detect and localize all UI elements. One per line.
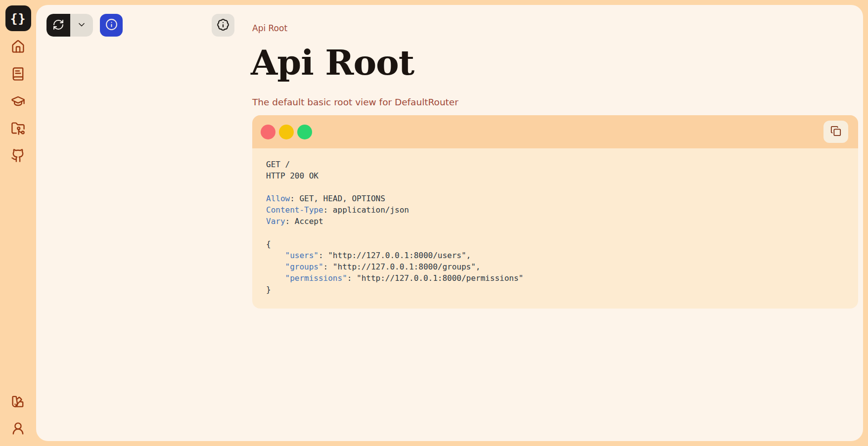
sidebar-item-learn[interactable] [11, 94, 26, 109]
code-line: { [266, 238, 844, 250]
sidebar-footer [11, 395, 26, 437]
main-panel: Api Root Api Root The default basic root… [36, 5, 863, 441]
info-circle-icon [105, 18, 118, 32]
traffic-light-red-icon [261, 125, 275, 139]
sidebar-item-github[interactable] [11, 149, 26, 164]
traffic-light-yellow-icon [279, 125, 294, 139]
swatch-book-icon [11, 394, 25, 410]
page-title: Api Root [251, 44, 414, 82]
code-line: Vary: Accept [266, 216, 844, 227]
terminal-code: GET /HTTP 200 OK Allow: GET, HEAD, OPTIO… [266, 159, 844, 295]
code-line [266, 181, 844, 193]
info-button[interactable] [100, 14, 123, 37]
code-line: "groups": "http://127.0.0.1:8000/groups"… [266, 261, 844, 272]
refresh-dropdown-button[interactable] [70, 14, 93, 37]
refresh-icon [52, 19, 64, 32]
code-line: HTTP 200 OK [266, 170, 844, 181]
sidebar-nav [11, 40, 26, 164]
chevron-down-icon [77, 20, 87, 31]
code-line: Content-Type: application/json [266, 204, 844, 216]
breadcrumb[interactable]: Api Root [252, 23, 287, 33]
book-text-icon [11, 67, 25, 83]
terminal-header [252, 115, 858, 148]
badge-info-icon [217, 18, 229, 33]
code-line: "permissions": "http://127.0.0.1:8000/pe… [266, 272, 844, 284]
sidebar-item-home[interactable] [11, 40, 26, 55]
page-subtitle: The default basic root view for DefaultR… [252, 97, 458, 107]
refresh-split-button [46, 14, 93, 37]
sidebar-item-account[interactable] [11, 422, 26, 437]
folder-git-icon [11, 121, 25, 137]
sidebar-item-docs[interactable] [11, 67, 26, 82]
traffic-light-green-icon [297, 125, 312, 139]
terminal-body: GET /HTTP 200 OK Allow: GET, HEAD, OPTIO… [252, 148, 858, 309]
github-icon [11, 148, 25, 165]
copy-icon [830, 126, 841, 138]
house-icon [11, 40, 25, 56]
code-line: Allow: GET, HEAD, OPTIONS [266, 193, 844, 204]
response-terminal: GET /HTTP 200 OK Allow: GET, HEAD, OPTIO… [252, 115, 858, 309]
graduation-cap-icon [11, 94, 25, 110]
code-line: "users": "http://127.0.0.1:8000/users", [266, 250, 844, 261]
sidebar-item-repository[interactable] [11, 122, 26, 136]
sidebar: {} [0, 0, 36, 446]
user-icon [11, 421, 25, 438]
code-line [266, 227, 844, 238]
app-logo[interactable]: {} [5, 5, 31, 31]
refresh-button[interactable] [46, 14, 70, 37]
sidebar-item-theme[interactable] [11, 395, 26, 409]
view-description-button[interactable] [212, 14, 234, 37]
app-logo-braces: {} [10, 11, 26, 26]
copy-button[interactable] [823, 121, 848, 143]
code-line: } [266, 284, 844, 295]
code-line: GET / [266, 159, 844, 170]
